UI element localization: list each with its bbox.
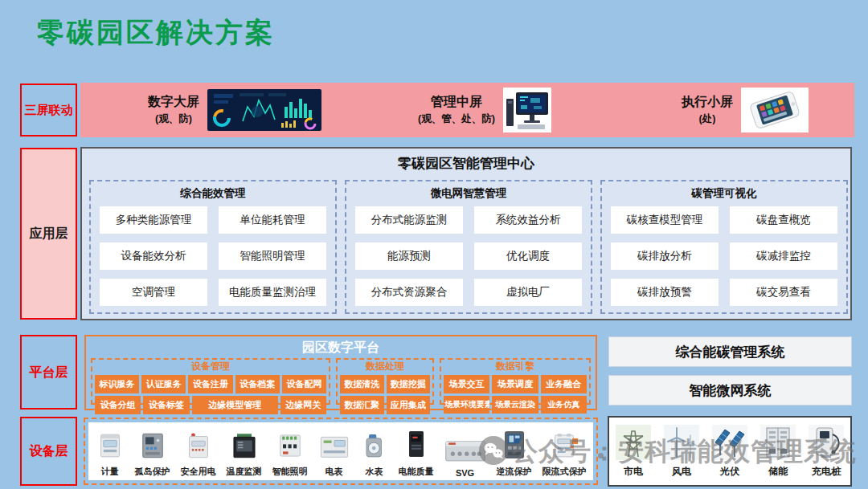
source-label: 市电 bbox=[624, 465, 643, 479]
platform-item: 数据挖掘 bbox=[387, 375, 431, 393]
section-data-processing: 数据处理 数据清洗 数据挖掘 数据汇聚 应用集成 bbox=[336, 358, 434, 405]
app-item: 虚拟电厂 bbox=[474, 279, 582, 306]
platform-item: 标识服务 bbox=[95, 375, 139, 393]
digital-large-screen: 数字大屏 (观、防) bbox=[148, 83, 321, 137]
utility-tower-icon bbox=[616, 425, 651, 463]
screen-name: 管理中屏 bbox=[418, 94, 495, 111]
temperature-monitor-icon bbox=[230, 430, 259, 465]
device-islanding-protection: 孤岛保护 bbox=[135, 430, 170, 480]
battery-storage-icon bbox=[760, 425, 796, 463]
platform-title: 园区数字平台 bbox=[86, 340, 596, 357]
energy-meter-icon bbox=[96, 430, 125, 465]
source-solar-power: 光伏 bbox=[712, 425, 747, 479]
page-title: 零碳园区解决方案 bbox=[37, 14, 275, 51]
platform-item: 设备档案 bbox=[235, 375, 280, 393]
app-item: 碳核查模型管理 bbox=[611, 206, 719, 234]
selection-handle-artifact bbox=[572, 438, 578, 444]
screen-text: 数字大屏 (观、防) bbox=[148, 94, 199, 126]
device-reverse-flow-protection: 逆流保护 bbox=[497, 428, 532, 480]
smart-microgrid-system-box: 智能微网系统 bbox=[608, 375, 852, 405]
app-item: 电能质量监测治理 bbox=[219, 279, 326, 306]
section-row: 数据汇聚 应用集成 bbox=[340, 396, 430, 414]
section-title: 数据处理 bbox=[339, 361, 431, 373]
app-item: 空调管理 bbox=[100, 279, 207, 306]
screen-name: 执行小屏 bbox=[682, 94, 733, 111]
section-data-engine: 数据引擎 场景交互 场景调度 业务融合 场景环境要素 场景云渲染 业务仿真 bbox=[440, 358, 591, 405]
ev-charger-icon bbox=[809, 425, 844, 463]
connector-dot bbox=[598, 453, 604, 458]
app-item: 设备能效分析 bbox=[100, 242, 207, 270]
device-svg: SVG bbox=[444, 435, 486, 480]
source-label: 储能 bbox=[768, 465, 788, 479]
device-label: 电表 bbox=[326, 466, 343, 478]
app-item: 碳排放分析 bbox=[611, 242, 719, 270]
app-item: 碳交易查看 bbox=[730, 279, 837, 306]
platform-item: 数据清洗 bbox=[340, 375, 384, 393]
device-label: 安全用电 bbox=[181, 466, 216, 478]
section-row: 场景环境要素 场景云渲染 业务仿真 bbox=[444, 396, 587, 414]
device-water-meter: 水表 bbox=[361, 430, 388, 480]
group-microgrid: 微电网智慧管理 分布式能源监测 系统效益分析 能源预测 优化调度 分布式资源聚合… bbox=[345, 180, 592, 314]
section-row: 数据清洗 数据挖掘 bbox=[340, 375, 430, 393]
platform-item: 边缘模型管理 bbox=[192, 396, 278, 414]
section-row: 设备分组 设备标签 边缘模型管理 边缘网关 bbox=[95, 396, 326, 414]
energy-sources-box: 市电 风电 光伏 储能 充电桩 bbox=[608, 416, 852, 487]
group-items: 分布式能源监测 系统效益分析 能源预测 优化调度 分布式资源聚合 虚拟电厂 bbox=[355, 206, 582, 306]
energy-carbon-system-box: 综合能碳管理系统 bbox=[608, 336, 852, 367]
source-label: 风电 bbox=[672, 465, 691, 479]
electrical-safety-icon bbox=[184, 430, 213, 465]
platform-item: 设备注册 bbox=[188, 375, 232, 393]
platform-item: 场景环境要素 bbox=[444, 396, 489, 414]
group-title: 微电网智慧管理 bbox=[346, 186, 591, 201]
app-item: 碳减排监控 bbox=[730, 242, 837, 270]
app-item: 多种类能源管理 bbox=[100, 206, 207, 234]
side-label-application-layer: 应用层 bbox=[20, 148, 77, 320]
device-power-quality: 电能质量 bbox=[399, 426, 434, 480]
source-utility-power: 市电 bbox=[616, 425, 651, 479]
section-title: 数据引擎 bbox=[443, 361, 588, 373]
app-item: 碳排放预警 bbox=[611, 279, 719, 306]
current-limiting-protection-icon bbox=[550, 430, 579, 465]
device-label: 限流式保护 bbox=[542, 466, 587, 478]
desktop-computer-image bbox=[503, 88, 551, 132]
device-label: 温度监测 bbox=[227, 466, 262, 478]
device-label: 计量 bbox=[101, 466, 119, 478]
group-items: 碳核查模型管理 碳盘查概览 碳排放分析 碳减排监控 碳排放预警 碳交易查看 bbox=[611, 206, 837, 306]
application-layer-box: 零碳园区智能管理中心 综合能效管理 多种类能源管理 单位能耗管理 设备能效分析 … bbox=[80, 147, 852, 320]
platform-item: 场景调度 bbox=[492, 375, 538, 393]
platform-item: 场景交互 bbox=[444, 375, 489, 393]
platform-item: 应用集成 bbox=[387, 396, 431, 414]
device-label: 智能照明 bbox=[272, 466, 308, 478]
side-label-device-layer: 设备层 bbox=[20, 417, 77, 486]
device-label: 水表 bbox=[366, 466, 383, 478]
screen-sub: (观、防) bbox=[148, 112, 199, 126]
water-meter-icon bbox=[361, 430, 388, 465]
management-center-title: 零碳园区智能管理中心 bbox=[82, 154, 850, 173]
device-electric-meter: 电表 bbox=[318, 431, 350, 480]
execution-small-screen: 执行小屏 (处) bbox=[682, 83, 809, 137]
platform-item: 设备分组 bbox=[95, 396, 141, 414]
dashboard-screen-image bbox=[207, 89, 321, 131]
device-label: 电能质量 bbox=[399, 466, 434, 478]
side-label-platform-layer: 平台层 bbox=[20, 335, 77, 410]
park-digital-platform-box: 园区数字平台 设备管理 标识服务 认证服务 设备注册 设备档案 设备配网 设备分… bbox=[84, 335, 597, 410]
solar-panel-icon bbox=[712, 425, 747, 463]
group-items: 多种类能源管理 单位能耗管理 设备能效分析 智能照明管理 空调管理 电能质量监测… bbox=[100, 206, 326, 306]
screen-text: 管理中屏 (观、管、处、防) bbox=[418, 94, 495, 126]
device-label: SVG bbox=[456, 468, 474, 478]
group-title: 综合能效管理 bbox=[91, 186, 335, 201]
device-metering: 计量 bbox=[96, 430, 125, 480]
section-row: 场景交互 场景调度 业务融合 bbox=[444, 375, 587, 393]
electric-meter-icon bbox=[318, 431, 350, 465]
platform-sections: 设备管理 标识服务 认证服务 设备注册 设备档案 设备配网 设备分组 设备标签 … bbox=[91, 358, 591, 405]
islanding-protection-icon bbox=[138, 430, 167, 465]
app-item: 能源预测 bbox=[355, 242, 463, 270]
reverse-flow-protection-icon bbox=[500, 428, 529, 465]
screen-sub: (处) bbox=[682, 112, 733, 126]
app-item: 分布式能源监测 bbox=[355, 206, 463, 234]
device-strip: 计量 孤岛保护 安全用电 温度监测 智能照明 电表 水表 电能质量 SVG 逆流… bbox=[88, 422, 593, 480]
wind-turbine-icon bbox=[664, 425, 699, 463]
app-item: 智能照明管理 bbox=[219, 242, 326, 270]
source-label: 光伏 bbox=[720, 465, 739, 479]
platform-item: 边缘网关 bbox=[280, 396, 326, 414]
